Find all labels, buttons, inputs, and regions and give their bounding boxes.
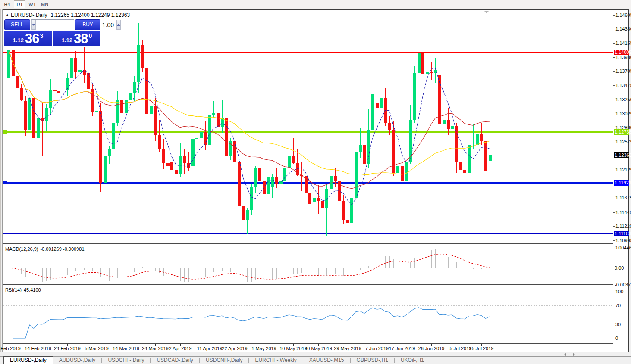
- volume-increase-button[interactable]: [116, 20, 121, 30]
- date-axis-tick-label: 2 Apr 2019: [169, 346, 191, 351]
- chart-tab-ukoilh1[interactable]: UKOil-,H1: [395, 357, 430, 364]
- candle-body: [380, 98, 383, 108]
- candle-body: [170, 162, 173, 169]
- chart-symbol-label: EURUSD-,Daily: [11, 12, 47, 18]
- candle-body: [133, 82, 136, 93]
- price-axis-tick-mark: [613, 114, 615, 114]
- sell-price-pipette: 3: [40, 32, 44, 39]
- chart-tab-xauusdm15[interactable]: XAUUSD-,M15: [303, 357, 350, 364]
- candle-body: [359, 145, 362, 152]
- rsi-line: [13, 308, 490, 338]
- chart-tab-eurusddaily[interactable]: EURUSD-,Daily: [3, 356, 53, 364]
- candle-body: [158, 135, 161, 149]
- buy-price-box[interactable]: 1.12 38 0: [53, 31, 100, 46]
- chart-tab-audusddaily[interactable]: AUDUSD-,Daily: [53, 357, 102, 364]
- price-axis-tick-mark: [613, 15, 615, 16]
- candle-body: [451, 126, 454, 129]
- candle-body: [334, 176, 337, 181]
- timeframe-button-d1[interactable]: D1: [14, 0, 25, 8]
- candle-body: [95, 111, 98, 111]
- macd-canvas[interactable]: [3, 245, 613, 284]
- date-axis-tick-label: 17 Jun 2019: [389, 346, 415, 351]
- candle-body: [12, 50, 15, 76]
- chart-tab-usdchfdaily[interactable]: USDCHF-,Daily: [102, 357, 150, 364]
- candle-body: [468, 145, 471, 173]
- candle-body: [125, 100, 128, 112]
- rsi-axis-label: 30: [615, 322, 621, 327]
- date-axis-tick-label: 5 Jul 2019: [450, 346, 472, 351]
- candle-body: [150, 106, 153, 114]
- candle-body: [363, 145, 366, 164]
- chart-tab-eurchfweekly[interactable]: EURCHF-,Weekly: [249, 357, 302, 364]
- candle-body: [191, 139, 195, 166]
- candle-body: [200, 132, 203, 138]
- candle-body: [376, 103, 379, 108]
- candle-body: [217, 113, 220, 127]
- volume-decrease-button[interactable]: [31, 20, 36, 30]
- candle-body: [175, 170, 178, 175]
- buy-price-prefix: 1.12: [62, 37, 72, 44]
- date-axis-tick-label: 24 Mar 2019: [142, 346, 169, 351]
- price-tag: 1.14009: [614, 50, 629, 55]
- date-axis[interactable]: 5 Feb 201914 Feb 201924 Feb 20195 Mar 20…: [3, 344, 613, 352]
- candle-body: [108, 149, 111, 156]
- rsi-canvas[interactable]: [3, 286, 613, 343]
- candle-body: [476, 134, 479, 145]
- tab-scroll-left-button[interactable]: [562, 353, 568, 356]
- candle-body: [463, 170, 466, 173]
- candle-body: [480, 134, 483, 141]
- chart-tab-usdcaddaily[interactable]: USDCAD-,Daily: [151, 357, 199, 364]
- candle-body: [346, 220, 349, 223]
- candle-body: [254, 168, 257, 187]
- date-axis-tick-label: 22 Apr 2019: [222, 346, 247, 351]
- shift-marker-icon: [484, 11, 489, 13]
- timeframe-button-w1[interactable]: W1: [26, 0, 38, 8]
- candle-body: [195, 138, 198, 139]
- sell-button[interactable]: SELL: [4, 19, 30, 30]
- candle-body: [371, 94, 374, 130]
- price-axis-tick-label: 1.14605: [615, 12, 631, 18]
- date-axis-tick-label: 20 May 2019: [305, 346, 332, 351]
- macd-axis-label: 0.004465: [615, 245, 631, 250]
- candle-body: [330, 176, 333, 189]
- timeframe-button-h4[interactable]: H4: [1, 0, 13, 8]
- candle-body: [45, 108, 48, 121]
- price-axis-tick-mark: [613, 212, 615, 213]
- price-axis-tick-mark: [613, 43, 615, 44]
- collapse-triangle-icon[interactable]: ▲: [6, 13, 9, 17]
- candle-body: [421, 53, 424, 74]
- date-axis-tick-label: 14 Mar 2019: [113, 346, 139, 351]
- timeframe-button-mn[interactable]: MN: [39, 0, 50, 8]
- sell-price-box[interactable]: 1.12 36 3: [4, 31, 52, 46]
- candle-body: [233, 141, 236, 162]
- rsi-axis-label: 100: [615, 289, 623, 294]
- price-tag: 1.11103: [614, 231, 629, 236]
- line-drag-handle[interactable]: [3, 130, 7, 134]
- timeframe-buttons: H4D1W1MN: [1, 0, 51, 8]
- chart-tab-gbpusdh1[interactable]: GBPUSD-,H1: [351, 357, 394, 364]
- price-axis-tick-mark: [613, 142, 615, 142]
- date-axis-tick-label: 1 May 2019: [251, 346, 276, 351]
- tab-scroll-right-button[interactable]: [571, 353, 577, 356]
- rsi-name: RSI(14): [5, 287, 22, 292]
- price-axis-tick-label: 1.13705: [615, 68, 631, 74]
- macd-values: -0.001269 -0.000981: [40, 246, 84, 252]
- line-drag-handle[interactable]: [3, 181, 7, 184]
- price-tag: 1.12733: [614, 129, 629, 135]
- date-axis-tick-label: 10 May 2019: [279, 346, 307, 351]
- candle-body: [120, 100, 123, 112]
- candle-body: [313, 198, 316, 203]
- macd-axis-label: -0.003715: [615, 282, 631, 287]
- candle-body: [250, 187, 253, 210]
- candles: [7, 23, 492, 236]
- price-axis-tick-label: 1.13250: [615, 97, 631, 102]
- chart-tab-usdcnhdaily[interactable]: USDCNH-,Daily: [200, 357, 248, 364]
- date-axis-tick-label: 7 Jun 2019: [365, 346, 389, 351]
- price-axis[interactable]: 1.146051.143801.141551.139301.137051.134…: [613, 10, 628, 344]
- chevron-down-icon: [32, 24, 35, 26]
- candle-body: [137, 45, 140, 82]
- candle-body: [28, 98, 31, 130]
- candle-body: [455, 126, 458, 162]
- buy-button[interactable]: BUY: [75, 19, 100, 30]
- candle-body: [16, 76, 19, 87]
